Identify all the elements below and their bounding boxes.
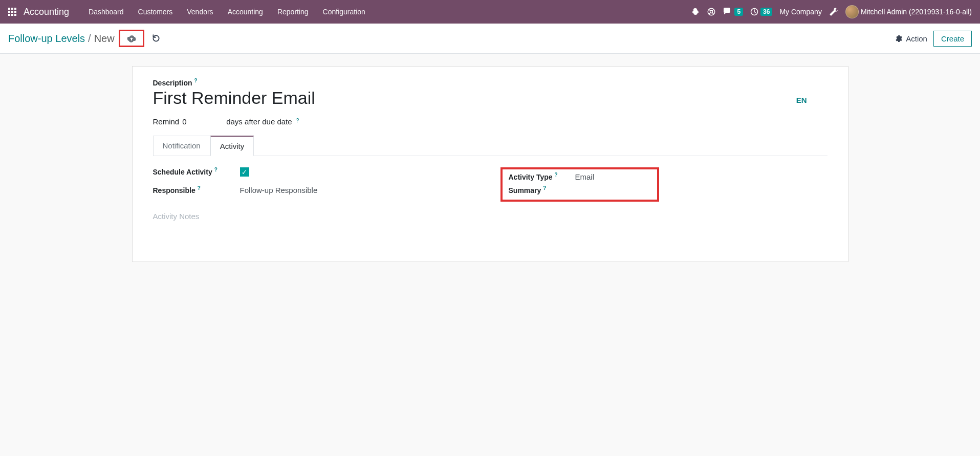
control-right: Action Create [895,31,972,47]
app-brand[interactable]: Accounting [24,7,69,17]
nav-customers[interactable]: Customers [131,0,180,24]
nav-left: Accounting Dashboard Customers Vendors A… [8,0,373,24]
tab-content-activity: Schedule Activity ? ✓ Responsible ? Foll… [153,156,827,221]
schedule-activity-label: Schedule Activity ? [153,168,230,176]
action-dropdown[interactable]: Action [895,34,927,43]
remind-days-value[interactable]: 0 [182,117,223,126]
breadcrumb-current: New [94,33,115,45]
activity-type-label: Activity Type ? [509,173,565,181]
responsible-value[interactable]: Follow-up Responsible [240,186,318,194]
left-col: Schedule Activity ? ✓ Responsible ? Foll… [153,167,480,202]
user-name-label: Mitchell Admin (22019931-16-0-all) [861,8,972,16]
help-icon[interactable]: ? [555,172,558,178]
avatar [845,5,859,18]
discard-icon[interactable] [147,32,165,45]
help-icon[interactable]: ? [543,185,546,191]
control-bar: Follow-up Levels / New Action Create [0,24,980,54]
nav-right: 5 36 My Company Mitchell Admin (22019931… [691,5,972,18]
remind-row: Remind 0 days after due date ? [153,117,827,126]
nav-reporting[interactable]: Reporting [270,0,316,24]
tabs: Notification Activity [153,135,827,156]
help-icon[interactable]: ? [214,167,217,172]
nav-dashboard[interactable]: Dashboard [81,0,131,24]
nav-vendors[interactable]: Vendors [180,0,220,24]
nav-configuration[interactable]: Configuration [316,0,373,24]
summary-label: Summary ? [509,186,565,194]
help-icon[interactable]: ? [194,78,198,83]
user-menu[interactable]: Mitchell Admin (22019931-16-0-all) [845,5,972,18]
main-navbar: Accounting Dashboard Customers Vendors A… [0,0,980,24]
svg-point-1 [710,11,713,13]
company-switcher[interactable]: My Company [779,8,821,16]
remind-prefix: Remind [153,117,180,126]
help-icon[interactable]: ? [198,185,201,191]
messages-badge: 5 [734,8,743,16]
responsible-label: Responsible ? [153,186,230,194]
activity-type-value[interactable]: Email [575,172,595,181]
remind-suffix: days after due date [226,117,292,126]
messages-icon[interactable]: 5 [723,8,743,16]
highlight-activity-fields: Activity Type ? Email Summary ? [500,167,659,202]
lang-badge[interactable]: EN [796,96,827,104]
form-area: Description ? EN Remind 0 days after due… [0,66,980,262]
schedule-activity-checkbox[interactable]: ✓ [240,167,249,177]
schedule-activity-row: Schedule Activity ? ✓ [153,167,480,177]
breadcrumb-separator: / [88,33,91,45]
gear-icon [895,35,903,42]
description-label-row: Description ? [153,79,827,87]
highlight-save-box [119,30,144,47]
summary-row: Summary ? [509,186,651,194]
form-sheet: Description ? EN Remind 0 days after due… [132,66,848,262]
help-icon[interactable]: ? [296,118,299,123]
nav-menu: Dashboard Customers Vendors Accounting R… [81,0,373,24]
tools-icon[interactable] [829,7,838,16]
debug-icon[interactable] [691,8,700,16]
activities-badge: 36 [760,8,772,16]
breadcrumb: Follow-up Levels / New [8,30,165,47]
save-cloud-icon[interactable] [122,32,141,45]
tab-activity[interactable]: Activity [210,136,254,156]
activity-type-row: Activity Type ? Email [509,172,651,181]
activities-icon[interactable]: 36 [750,8,772,16]
responsible-row: Responsible ? Follow-up Responsible [153,186,480,194]
description-label: Description ? [153,79,198,87]
title-row: EN [153,87,827,113]
tab-notification[interactable]: Notification [153,136,210,156]
create-button[interactable]: Create [933,31,972,47]
activity-notes-placeholder[interactable]: Activity Notes [153,208,827,221]
apps-icon[interactable] [8,8,16,16]
nav-accounting[interactable]: Accounting [221,0,270,24]
breadcrumb-parent[interactable]: Follow-up Levels [8,33,85,45]
support-icon[interactable] [707,7,716,16]
action-label: Action [906,34,927,43]
description-input[interactable] [153,87,796,113]
